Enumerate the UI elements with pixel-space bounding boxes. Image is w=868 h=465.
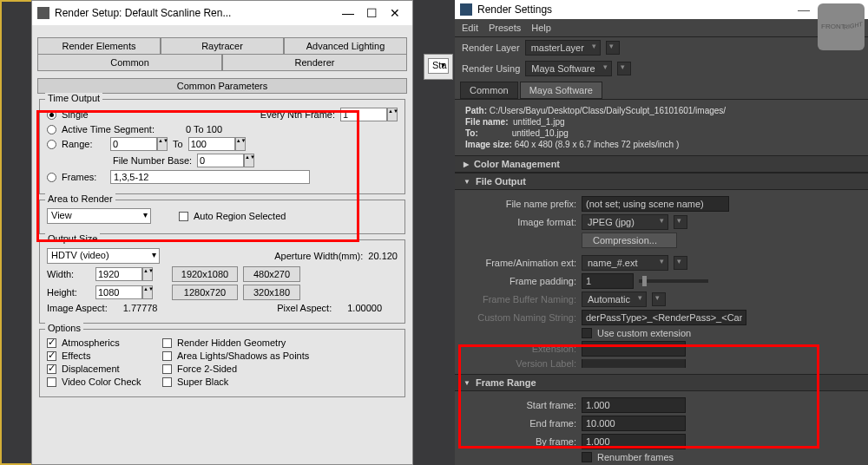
group-title: Time Output bbox=[45, 93, 102, 103]
preset-480-button[interactable]: 480x270 bbox=[243, 266, 300, 282]
tab-common[interactable]: Common bbox=[460, 82, 518, 99]
output-preset-dropdown[interactable]: HDTV (video) bbox=[47, 248, 160, 264]
image-aspect-value: 1.77778 bbox=[123, 303, 158, 313]
group-area-to-render: Area to Render View Auto Region Selected bbox=[39, 200, 405, 234]
label-frames: Frames: bbox=[62, 172, 105, 182]
preset-1920-button[interactable]: 1920x1080 bbox=[172, 266, 238, 282]
label-pixel-aspect: Pixel Aspect: bbox=[277, 303, 332, 313]
use-custom-ext-checkbox[interactable] bbox=[582, 328, 592, 338]
titlebar[interactable]: Render Settings — ☐ ✕ bbox=[455, 0, 868, 19]
render-hidden-checkbox[interactable] bbox=[162, 338, 172, 348]
video-color-checkbox[interactable] bbox=[47, 377, 56, 387]
atmospherics-checkbox[interactable] bbox=[47, 338, 56, 348]
section-color-management[interactable]: ▶Color Management bbox=[455, 155, 868, 173]
pixel-aspect-value: 1.00000 bbox=[347, 303, 382, 313]
displacement-checkbox[interactable] bbox=[47, 364, 56, 374]
section-frame-range[interactable]: ▼Frame Range bbox=[455, 374, 868, 391]
render-settings-window: Render Settings — ☐ ✕ Edit Presets Help … bbox=[455, 0, 868, 465]
label-every-nth: Every Nth Frame: bbox=[260, 109, 335, 120]
background-ui-fragment: Sta bbox=[424, 54, 453, 80]
frame-padding-slider[interactable] bbox=[639, 279, 708, 283]
label-area-lights: Area Lights/Shadows as Points bbox=[177, 350, 309, 361]
menu-help[interactable]: Help bbox=[531, 23, 551, 33]
range-to-input[interactable] bbox=[188, 137, 235, 151]
radio-active-segment[interactable] bbox=[47, 125, 56, 134]
render-using-dropdown[interactable]: Maya Software bbox=[525, 61, 612, 76]
render-using-options[interactable] bbox=[617, 62, 631, 75]
tab-renderer[interactable]: Renderer bbox=[222, 55, 407, 71]
label-height: Height: bbox=[47, 287, 90, 298]
label-render-hidden: Render Hidden Geometry bbox=[177, 337, 286, 348]
tab-raytracer[interactable]: Raytracer bbox=[161, 37, 284, 55]
auto-region-checkbox[interactable] bbox=[179, 212, 188, 221]
area-lights-checkbox[interactable] bbox=[162, 351, 172, 361]
label-file-number-base: File Number Base: bbox=[113, 155, 192, 166]
minimize-button[interactable]: — bbox=[342, 6, 354, 20]
frame-ext-dropdown[interactable]: name_#.ext bbox=[582, 255, 668, 271]
frame-padding-input[interactable] bbox=[582, 273, 634, 289]
menu-edit[interactable]: Edit bbox=[462, 23, 478, 33]
rollup-common-parameters[interactable]: Common Parameters bbox=[37, 78, 407, 94]
render-layer-dropdown[interactable]: masterLayer bbox=[525, 40, 601, 56]
radio-range[interactable] bbox=[47, 140, 56, 149]
app-icon bbox=[37, 7, 49, 19]
label-displacement: Displacement bbox=[62, 363, 157, 374]
super-black-checkbox[interactable] bbox=[162, 377, 172, 387]
by-frame-input[interactable] bbox=[582, 434, 686, 449]
group-output-size: Output Size HDTV (video) Aperture Width(… bbox=[39, 239, 405, 324]
frames-input[interactable] bbox=[110, 170, 310, 184]
buffer-naming-dropdown: Automatic bbox=[582, 291, 647, 307]
preset-320-button[interactable]: 320x180 bbox=[243, 285, 300, 300]
group-time-output: Time Output Single Every Nth Frame: ▲▼ A… bbox=[39, 99, 405, 194]
end-frame-input[interactable] bbox=[582, 416, 686, 431]
tab-render-elements[interactable]: Render Elements bbox=[37, 37, 161, 55]
tab-advanced-lighting[interactable]: Advanced Lighting bbox=[284, 37, 407, 55]
height-input[interactable] bbox=[95, 285, 142, 299]
width-input[interactable] bbox=[95, 267, 142, 281]
expand-icon: ▼ bbox=[464, 178, 470, 186]
file-number-base-input[interactable] bbox=[197, 154, 244, 167]
viewcube[interactable] bbox=[818, 3, 865, 50]
active-segment-range: 0 To 100 bbox=[186, 124, 222, 134]
label-force-2sided: Force 2-Sided bbox=[177, 363, 237, 374]
tab-maya-software[interactable]: Maya Software bbox=[520, 82, 602, 99]
label-to: To bbox=[173, 139, 183, 149]
start-frame-input[interactable] bbox=[582, 397, 686, 413]
radio-single[interactable] bbox=[47, 110, 56, 120]
group-title: Output Size bbox=[45, 233, 100, 244]
range-from-input[interactable] bbox=[110, 137, 157, 151]
spinner-arrows[interactable]: ▲▼ bbox=[387, 108, 398, 121]
preset-1280-button[interactable]: 1280x720 bbox=[172, 285, 238, 300]
image-format-dropdown[interactable]: JPEG (jpg) bbox=[582, 214, 668, 230]
area-view-dropdown[interactable]: View bbox=[47, 208, 151, 224]
menu-presets[interactable]: Presets bbox=[489, 23, 521, 33]
group-options: Options Atmospherics Render Hidden Geome… bbox=[39, 329, 405, 397]
close-button[interactable]: ✕ bbox=[390, 6, 400, 20]
tab-common[interactable]: Common bbox=[37, 55, 222, 71]
label-render-using: Render Using bbox=[462, 63, 520, 74]
app-icon bbox=[460, 3, 472, 16]
restore-button[interactable]: ☐ bbox=[366, 6, 378, 20]
label-aperture: Aperture Width(mm): bbox=[274, 251, 363, 261]
group-title: Area to Render bbox=[45, 193, 115, 204]
label-active-segment: Active Time Segment: bbox=[62, 124, 155, 134]
every-nth-input[interactable] bbox=[340, 108, 387, 121]
label-width: Width: bbox=[47, 269, 90, 279]
compression-button[interactable]: Compression... bbox=[582, 232, 677, 248]
window-title: Render Settings bbox=[477, 3, 791, 16]
renumber-frames-checkbox[interactable] bbox=[582, 452, 592, 462]
render-setup-window: Render Setup: Default Scanline Ren... — … bbox=[31, 0, 413, 465]
label-video-color: Video Color Check bbox=[62, 377, 157, 387]
file-prefix-input[interactable] bbox=[582, 196, 729, 212]
force-2sided-checkbox[interactable] bbox=[162, 364, 172, 374]
render-layer-options[interactable] bbox=[606, 41, 620, 55]
label-effects: Effects bbox=[62, 350, 157, 361]
section-file-output[interactable]: ▼File Output bbox=[455, 173, 868, 190]
titlebar[interactable]: Render Setup: Default Scanline Ren... — … bbox=[32, 1, 412, 25]
extension-input bbox=[582, 341, 686, 357]
radio-frames[interactable] bbox=[47, 173, 56, 182]
effects-checkbox[interactable] bbox=[47, 351, 56, 361]
window-title: Render Setup: Default Scanline Ren... bbox=[55, 7, 335, 19]
label-render-layer: Render Layer bbox=[462, 43, 520, 53]
minimize-button[interactable]: — bbox=[798, 3, 810, 16]
